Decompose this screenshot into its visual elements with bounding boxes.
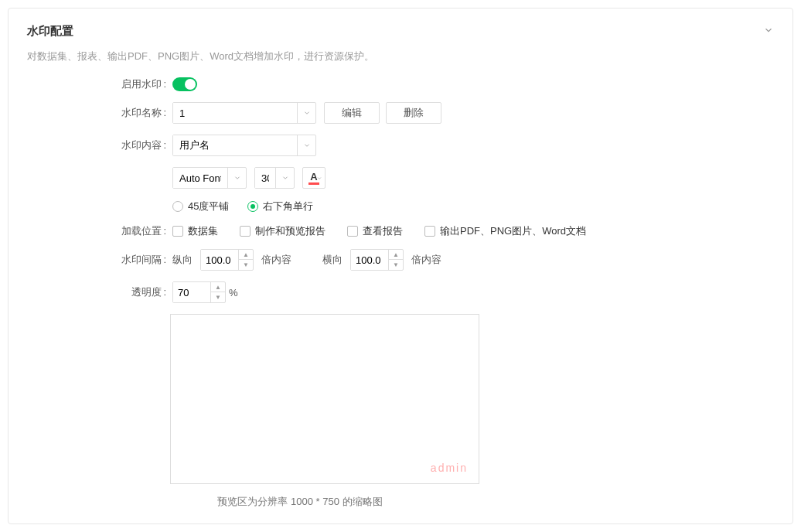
spacing-vertical-stepper: ▲ ▼	[238, 250, 253, 270]
radio-45tile-label: 45度平铺	[188, 200, 229, 213]
checkbox-dataset-label: 数据集	[188, 224, 218, 238]
label-layout-spacer	[120, 201, 166, 213]
checkbox-output-label: 输出PDF、PNG图片、Word文档	[440, 224, 586, 238]
font-color-arrow-icon	[316, 172, 322, 184]
fontsize-input[interactable]	[255, 168, 275, 188]
checkbox-dataset-box	[172, 226, 183, 237]
label-name: 水印名称	[120, 106, 166, 120]
loadposition-checkbox-group: 数据集 制作和预览报告 查看报告 输出PDF、PNG图片、Word文档	[172, 224, 586, 238]
label-spacing: 水印间隔	[120, 253, 166, 267]
preview-box: admin	[170, 314, 479, 484]
row-loadposition: 加载位置 数据集 制作和预览报告 查看报告 输出PDF、PNG图片、Word文档	[120, 224, 774, 238]
content-select[interactable]	[172, 135, 316, 156]
spacing-vertical-up[interactable]: ▲	[239, 250, 253, 260]
delete-button[interactable]: 删除	[386, 102, 441, 124]
panel-title: 水印配置	[27, 24, 73, 39]
radio-45tile-circle	[172, 201, 183, 212]
row-layout: 45度平铺 右下角单行	[120, 200, 774, 213]
opacity-spinner[interactable]: ▲ ▼	[172, 281, 226, 303]
layout-radio-group: 45度平铺 右下角单行	[172, 200, 313, 213]
font-color-button[interactable]: A	[302, 167, 326, 189]
checkbox-makepreview[interactable]: 制作和预览报告	[240, 224, 326, 238]
checkbox-viewreport-label: 查看报告	[363, 224, 403, 238]
checkbox-makepreview-box	[240, 226, 251, 237]
checkbox-viewreport[interactable]: 查看报告	[347, 224, 403, 238]
label-opacity: 透明度	[129, 285, 166, 299]
spacing-horizontal-unit: 倍内容	[411, 253, 441, 267]
panel-header: 水印配置	[27, 24, 774, 39]
radio-bottomright-label: 右下角单行	[263, 200, 313, 213]
collapse-icon[interactable]	[763, 25, 774, 38]
radio-45tile[interactable]: 45度平铺	[172, 200, 229, 213]
font-input[interactable]	[173, 168, 227, 188]
row-content: 水印内容	[120, 135, 774, 156]
spacing-vertical-unit: 倍内容	[261, 253, 291, 267]
enable-toggle[interactable]	[172, 77, 197, 91]
opacity-down[interactable]: ▼	[211, 292, 225, 302]
spacing-vertical-spinner[interactable]: ▲ ▼	[200, 249, 254, 271]
preview-caption: 预览区为分辨率 1000 * 750 的缩略图	[0, 495, 774, 509]
checkbox-dataset[interactable]: 数据集	[172, 224, 218, 238]
row-enable: 启用水印	[120, 77, 774, 91]
opacity-stepper: ▲ ▼	[210, 282, 225, 302]
spacing-vertical-down[interactable]: ▼	[239, 260, 253, 270]
spacing-vertical-input[interactable]	[201, 250, 238, 270]
fontsize-select[interactable]	[254, 167, 295, 189]
preview-watermark-text: admin	[431, 462, 468, 474]
row-name: 水印名称 编辑 删除	[120, 102, 774, 124]
fontsize-dropdown-arrow[interactable]	[275, 168, 294, 188]
spacing-horizontal-spinner[interactable]: ▲ ▼	[350, 249, 404, 271]
label-loadposition: 加载位置	[120, 224, 166, 238]
spacing-horizontal-label: 横向	[322, 253, 343, 267]
checkbox-output[interactable]: 输出PDF、PNG图片、Word文档	[424, 224, 586, 238]
spacing-horizontal-down[interactable]: ▼	[389, 260, 403, 270]
spacing-horizontal-stepper: ▲ ▼	[388, 250, 403, 270]
row-font: A	[120, 167, 774, 189]
radio-bottomright[interactable]: 右下角单行	[247, 200, 313, 213]
opacity-input[interactable]	[173, 282, 210, 302]
name-dropdown-arrow[interactable]	[297, 103, 315, 123]
spacing-horizontal-input[interactable]	[351, 250, 388, 270]
checkbox-output-box	[424, 226, 435, 237]
label-enable: 启用水印	[120, 77, 166, 91]
opacity-unit: %	[229, 287, 238, 298]
label-font-spacer	[120, 172, 166, 184]
content-input[interactable]	[173, 135, 297, 155]
font-dropdown-arrow[interactable]	[227, 168, 246, 188]
row-opacity: 透明度 ▲ ▼ %	[120, 281, 774, 303]
label-content: 水印内容	[120, 138, 166, 152]
name-select[interactable]	[172, 102, 316, 124]
content-dropdown-arrow[interactable]	[297, 135, 315, 155]
panel-description: 对数据集、报表、输出PDF、PNG图片、Word文档增加水印，进行资源保护。	[27, 49, 774, 63]
opacity-up[interactable]: ▲	[211, 282, 225, 292]
row-spacing: 水印间隔 纵向 ▲ ▼ 倍内容 横向 ▲ ▼ 倍内容	[120, 249, 774, 271]
radio-bottomright-circle	[247, 201, 258, 212]
checkbox-viewreport-box	[347, 226, 358, 237]
spacing-horizontal-up[interactable]: ▲	[389, 250, 403, 260]
name-input[interactable]	[173, 103, 297, 123]
checkbox-makepreview-label: 制作和预览报告	[255, 224, 326, 238]
font-select[interactable]	[172, 167, 247, 189]
spacing-vertical-label: 纵向	[172, 253, 193, 267]
edit-button[interactable]: 编辑	[324, 102, 380, 124]
watermark-config-panel: 水印配置 对数据集、报表、输出PDF、PNG图片、Word文档增加水印，进行资源…	[8, 8, 793, 524]
